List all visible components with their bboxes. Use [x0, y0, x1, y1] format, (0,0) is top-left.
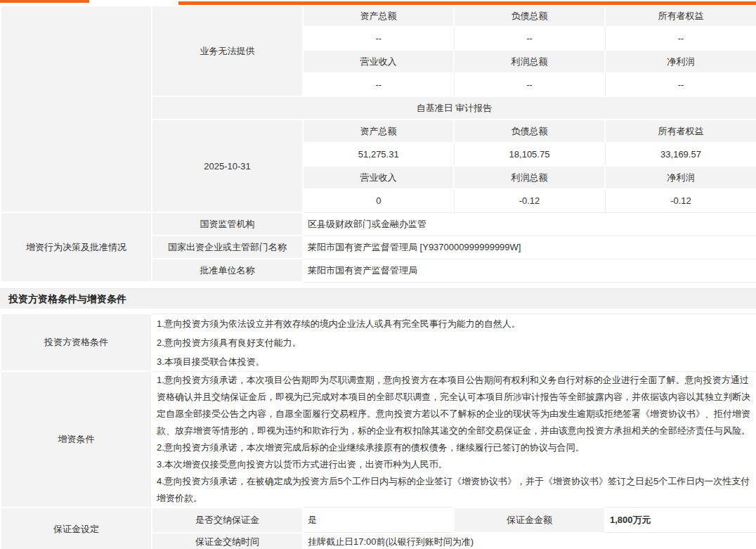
deposit-pay-label: 是否交纳保证金 [152, 508, 303, 533]
qualification-line: 2.意向投资方须具有良好支付能力。 [157, 333, 752, 352]
value-net-profit: -0.12 [605, 189, 756, 212]
deposit-pay-value: 是 [303, 508, 454, 533]
header-operating-revenue: 营业收入 [303, 50, 454, 73]
qualification-label: 投资方资格条件 [1, 314, 152, 371]
label-state-funded-enterprise: 国家出资企业或主管部门名称 [152, 235, 303, 259]
value-operating-revenue: 0 [303, 189, 454, 212]
capital-increase-clause: 3.本次增资仅接受意向投资方以货币方式进行出资，出资币种为人民币。 [157, 456, 752, 473]
deposit-amount-value: 1,800万元 [605, 508, 756, 533]
value-state-funded-enterprise: 莱阳市国有资产监督管理局 [Y9370000999999999W] [303, 235, 756, 259]
value-net-profit-na: -- [605, 73, 756, 96]
header-net-profit: 净利润 [605, 50, 756, 73]
deposit-amount-label: 保证金金额 [454, 508, 605, 533]
value-total-profit: -0.12 [454, 189, 605, 212]
header-total-liabilities-2: 负债总额 [454, 120, 605, 143]
base-date-cell: 2025-10-31 [152, 120, 303, 212]
qualification-content: 1.意向投资方须为依法设立并有效存续的境内企业法人或具有完全民事行为能力的自然人… [152, 314, 756, 371]
value-owner-equity: 33,169.57 [605, 143, 756, 166]
label-approving-unit: 批准单位名称 [152, 259, 303, 282]
audit-report-banner: 自基准日 审计报告 [152, 96, 756, 120]
value-total-liabilities: 18,105.75 [454, 143, 605, 166]
header-total-profit-2: 利润总额 [454, 166, 605, 189]
value-total-liabilities-na: -- [454, 27, 605, 50]
capital-increase-clause: 1.意向投资方须承诺，本次项目公告期即为尽职调查期，意向投资方在本项目公告期间有… [157, 372, 752, 439]
value-total-assets-na: -- [303, 27, 454, 50]
conditions-table: 投资方资格条件 1.意向投资方须为依法设立并有效存续的境内企业法人或具有完全民事… [0, 313, 756, 549]
header-total-assets: 资产总额 [303, 6, 454, 27]
financial-and-approval-table: 业务无法提供 资产总额 负债总额 所有者权益 -- -- -- 营业收入 利润总… [0, 5, 756, 283]
deposit-time-label: 保证金交纳时间 [152, 533, 303, 549]
section-header-bar: 投资方资格条件与增资条件 [0, 288, 756, 309]
value-owner-equity-na: -- [605, 27, 756, 50]
capital-increase-content: 1.意向投资方须承诺，本次项目公告期即为尽职调查期，意向投资方在本项目公告期间有… [152, 371, 756, 508]
header-total-assets-2: 资产总额 [303, 120, 454, 143]
header-total-profit: 利润总额 [454, 50, 605, 73]
capital-increase-label: 增资条件 [1, 371, 152, 508]
value-sasac-authority: 区县级财政部门或金融办监管 [303, 212, 756, 235]
value-operating-revenue-na: -- [303, 73, 454, 96]
capital-increase-clause: 4.意向投资方须承诺，在被确定成为投资方后5个工作日内与标的企业签订《增资协议书… [157, 473, 752, 507]
top-accent-right-segment [178, 1, 756, 5]
header-owner-equity-2: 所有者权益 [605, 120, 756, 143]
section-header-title: 投资方资格条件与增资条件 [8, 293, 126, 304]
header-net-profit-2: 净利润 [605, 166, 756, 189]
label-sasac-authority: 国资监管机构 [152, 212, 303, 235]
top-accent-bar [0, 0, 756, 5]
header-operating-revenue-2: 营业收入 [303, 166, 454, 189]
value-total-assets: 51,275.31 [303, 143, 454, 166]
left-section-spacer-cell [1, 6, 152, 212]
header-owner-equity: 所有者权益 [605, 6, 756, 27]
deposit-section-label: 保证金设定 [1, 508, 152, 549]
approval-section-label: 增资行为决策及批准情况 [1, 212, 152, 282]
deposit-time-value: 挂牌截止日17:00前(以银行到账时间为准) [303, 533, 756, 549]
value-total-profit-na: -- [454, 73, 605, 96]
header-total-liabilities: 负债总额 [454, 6, 605, 27]
capital-increase-clause: 2.意向投资方须承诺，本次增资完成后标的企业继续承接原有的债权债务，继续履行已签… [157, 439, 752, 456]
business-unavailable-cell: 业务无法提供 [152, 6, 303, 96]
qualification-line: 1.意向投资方须为依法设立并有效存续的境内企业法人或具有完全民事行为能力的自然人… [157, 314, 752, 333]
value-approving-unit: 莱阳市国有资产监督管理局 [303, 259, 756, 282]
qualification-line: 3.本项目接受联合体投资。 [157, 352, 752, 371]
top-accent-left-segment [0, 0, 89, 3]
